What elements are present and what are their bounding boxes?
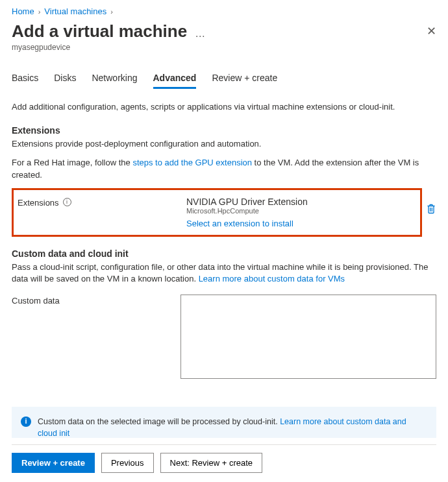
tab-basics[interactable]: Basics bbox=[12, 69, 38, 89]
custom-data-description: Pass a cloud-init script, configuration … bbox=[12, 261, 436, 286]
custom-data-field-label: Custom data bbox=[12, 295, 180, 381]
custom-data-heading: Custom data and cloud init bbox=[12, 248, 436, 259]
custom-data-textarea[interactable] bbox=[180, 295, 436, 379]
cloud-init-info-bar: i Custom data on the selected image will… bbox=[12, 407, 436, 438]
breadcrumb-home[interactable]: Home bbox=[12, 6, 34, 16]
extension-item-publisher: Microsoft.HpcCompute bbox=[186, 207, 416, 215]
breadcrumb-virtual-machines[interactable]: Virtual machines bbox=[44, 6, 106, 16]
tab-networking[interactable]: Networking bbox=[92, 69, 137, 89]
breadcrumb: Home › Virtual machines › bbox=[12, 6, 436, 16]
select-extension-link[interactable]: Select an extension to install bbox=[186, 219, 293, 228]
custom-data-learn-more-link[interactable]: Learn more about custom data for VMs bbox=[199, 274, 345, 283]
review-create-button[interactable]: Review + create bbox=[12, 453, 95, 473]
advanced-intro-text: Add additional configuration, agents, sc… bbox=[12, 101, 436, 114]
previous-button[interactable]: Previous bbox=[101, 453, 154, 473]
close-button[interactable]: ✕ bbox=[427, 21, 436, 38]
tab-disks[interactable]: Disks bbox=[54, 69, 76, 89]
next-button[interactable]: Next: Review + create bbox=[160, 453, 263, 473]
extensions-description: Extensions provide post-deployment confi… bbox=[12, 138, 436, 151]
wizard-footer: Review + create Previous Next: Review + … bbox=[12, 444, 436, 482]
info-icon: i bbox=[21, 416, 31, 427]
page-title: Add a virtual machine bbox=[12, 21, 187, 42]
extensions-field-label: Extensions bbox=[18, 198, 59, 208]
extensions-field-highlight: Extensions i NVIDIA GPU Driver Extension… bbox=[12, 188, 422, 237]
info-bar-text: Custom data on the selected image will b… bbox=[38, 417, 280, 426]
tab-review-create[interactable]: Review + create bbox=[212, 69, 277, 89]
delete-icon[interactable] bbox=[426, 204, 436, 214]
tabs: Basics Disks Networking Advanced Review … bbox=[12, 69, 436, 90]
chevron-right-icon: › bbox=[38, 8, 41, 16]
redhat-note-pre: For a Red Hat image, follow the bbox=[12, 158, 132, 167]
chevron-right-icon: › bbox=[110, 8, 113, 16]
page-subtitle: myasegpudevice bbox=[12, 43, 436, 52]
extensions-heading: Extensions bbox=[12, 125, 436, 136]
info-icon[interactable]: i bbox=[63, 198, 71, 206]
more-actions-button[interactable]: … bbox=[195, 21, 205, 40]
extension-item-name: NVIDIA GPU Driver Extension bbox=[186, 197, 416, 207]
tab-advanced[interactable]: Advanced bbox=[153, 69, 197, 89]
gpu-extension-steps-link[interactable]: steps to add the GPU extension bbox=[132, 158, 252, 167]
extensions-redhat-note: For a Red Hat image, follow the steps to… bbox=[12, 157, 436, 182]
